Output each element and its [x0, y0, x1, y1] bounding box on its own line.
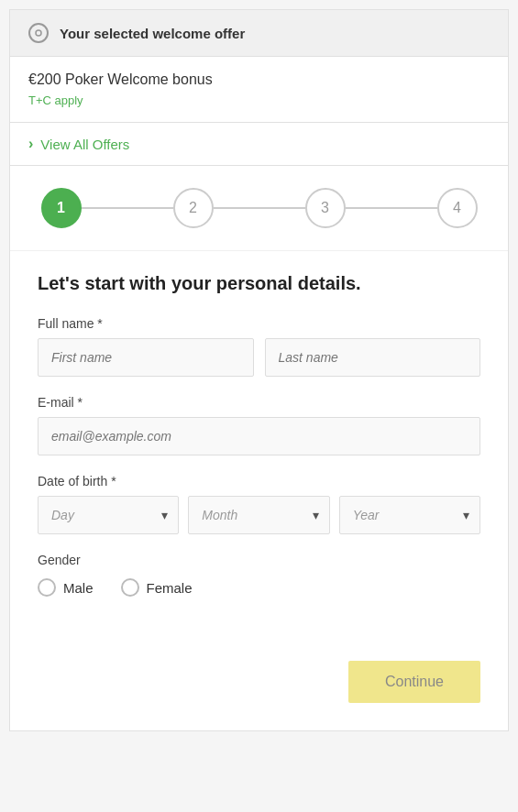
day-select[interactable]: Day [38, 496, 179, 534]
male-radio[interactable] [38, 578, 56, 597]
step-line-1-2 [82, 207, 173, 209]
offer-header-title: Your selected welcome offer [60, 26, 245, 41]
form-section: Let's start with your personal details. … [10, 251, 508, 642]
welcome-offer-body: €200 Poker Welcome bonus T+C apply [10, 57, 508, 123]
last-name-input[interactable] [265, 338, 481, 377]
step-2: 2 [173, 188, 214, 228]
continue-button[interactable]: Continue [348, 661, 480, 703]
email-group: E-mail * [38, 395, 480, 455]
male-label: Male [63, 580, 94, 596]
month-select-wrapper: Month ▾ [188, 496, 329, 534]
step-line-3-4 [346, 207, 437, 209]
offer-name: €200 Poker Welcome bonus [28, 71, 490, 88]
form-title: Let's start with your personal details. [38, 273, 480, 294]
month-select[interactable]: Month [188, 496, 329, 534]
year-select[interactable]: Year [339, 496, 480, 534]
year-select-wrapper: Year ▾ [339, 496, 480, 534]
full-name-group: Full name * [38, 316, 480, 377]
chevron-right-icon: › [28, 136, 33, 152]
full-name-label: Full name * [38, 316, 480, 331]
svg-point-0 [36, 30, 41, 36]
first-name-input[interactable] [38, 338, 254, 377]
button-row: Continue [10, 642, 508, 730]
welcome-offer-header: Your selected welcome offer [10, 10, 508, 57]
female-label: Female [147, 580, 193, 596]
step-4: 4 [437, 188, 478, 228]
offer-icon [28, 23, 49, 43]
view-all-offers-row[interactable]: › View All Offers [10, 123, 508, 166]
main-container: Your selected welcome offer €200 Poker W… [9, 9, 509, 731]
tc-apply-link[interactable]: T+C apply [28, 93, 490, 107]
female-option[interactable]: Female [121, 578, 193, 597]
step-1: 1 [41, 188, 82, 228]
step-3: 3 [305, 188, 346, 228]
email-input[interactable] [38, 417, 480, 455]
gender-options: Male Female [38, 578, 480, 597]
female-radio[interactable] [121, 578, 139, 597]
name-inputs-row [38, 338, 480, 377]
gender-group: Gender Male Female [38, 553, 480, 597]
dob-row: Day ▾ Month ▾ Year ▾ [38, 496, 480, 534]
dob-label: Date of birth * [38, 474, 480, 488]
step-line-2-3 [214, 207, 305, 209]
male-option[interactable]: Male [38, 578, 94, 597]
day-select-wrapper: Day ▾ [38, 496, 179, 534]
view-all-link[interactable]: View All Offers [40, 137, 129, 152]
gender-label: Gender [38, 553, 480, 567]
dob-group: Date of birth * Day ▾ Month ▾ Year [38, 474, 480, 534]
progress-steps: 1 2 3 4 [10, 166, 508, 251]
email-label: E-mail * [38, 395, 480, 410]
